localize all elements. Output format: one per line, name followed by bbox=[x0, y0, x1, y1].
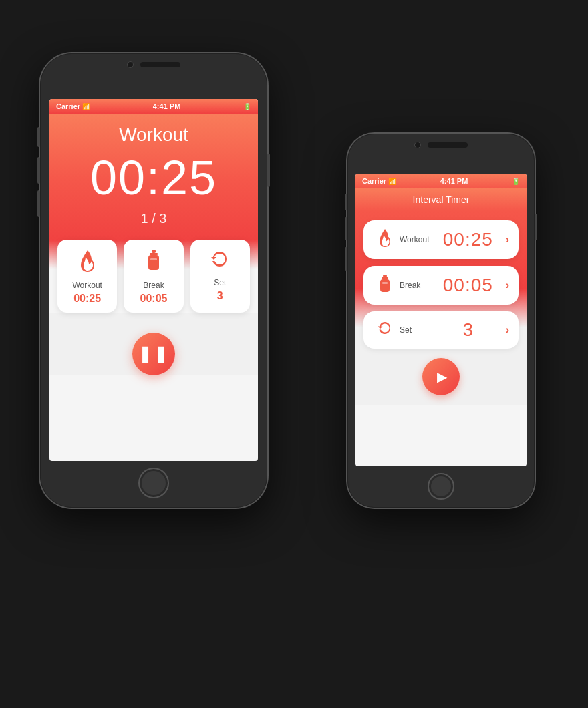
svg-rect-4 bbox=[383, 275, 387, 277]
cycle-icon-large bbox=[210, 249, 230, 274]
cards-row-large: Workout 00:25 Break bbox=[49, 240, 258, 313]
side-button-right-small bbox=[535, 214, 537, 240]
break-card[interactable]: Break 00:05 bbox=[124, 240, 183, 313]
break-card-value: 00:05 bbox=[140, 293, 168, 305]
break-card-label: Break bbox=[143, 281, 164, 290]
set-card-label: Set bbox=[214, 278, 226, 287]
break-ic-label-wrap: Break bbox=[400, 281, 433, 290]
set-interval-card[interactable]: Set 3 › bbox=[363, 311, 519, 349]
set-counter-large: 1 / 3 bbox=[49, 207, 258, 233]
side-button-left2-large bbox=[37, 157, 40, 184]
break-chevron-icon: › bbox=[506, 279, 509, 291]
workout-card[interactable]: Workout 00:25 bbox=[57, 240, 117, 313]
side-button-left1-large bbox=[37, 127, 40, 147]
carrier-info-small: Carrier 📶 bbox=[362, 177, 396, 185]
small-phone-screen: Carrier 📶 4:41 PM 🔋 Interval Timer bbox=[355, 174, 527, 466]
time-small: 4:41 PM bbox=[440, 177, 468, 185]
set-ic-number: 3 bbox=[433, 319, 503, 341]
home-button-large[interactable] bbox=[138, 468, 169, 498]
small-phone-top-bar bbox=[414, 142, 468, 148]
battery-icon-small: 🔋 bbox=[512, 178, 520, 185]
flame-icon-small bbox=[373, 228, 397, 251]
camera-small bbox=[414, 142, 421, 148]
svg-rect-2 bbox=[148, 255, 159, 270]
break-ic-label: Break bbox=[400, 281, 420, 290]
workout-ic-label-wrap: Workout bbox=[400, 235, 433, 244]
workout-chevron-icon: › bbox=[506, 234, 509, 246]
set-ic-label-wrap: Set bbox=[400, 325, 433, 335]
set-chevron-icon: › bbox=[506, 324, 509, 336]
small-nav-bar: Interval Timer bbox=[355, 188, 527, 211]
large-phone-top-bar bbox=[127, 61, 180, 68]
svg-rect-0 bbox=[152, 250, 156, 253]
set-ic-label: Set bbox=[400, 325, 412, 335]
svg-rect-6 bbox=[380, 279, 390, 292]
break-ic-time: 00:05 bbox=[433, 275, 503, 296]
small-status-bar: Carrier 📶 4:41 PM 🔋 bbox=[355, 174, 527, 188]
svg-rect-7 bbox=[382, 282, 388, 284]
workout-card-value: 00:25 bbox=[74, 293, 101, 305]
large-phone-screen: Carrier 📶 4:41 PM 🔋 Workout 00:25 1 / 3 bbox=[49, 99, 258, 461]
svg-rect-1 bbox=[150, 253, 158, 255]
svg-rect-3 bbox=[150, 258, 157, 260]
timer-display-large: 00:25 bbox=[49, 148, 258, 207]
battery-icon-large: 🔋 bbox=[243, 103, 251, 110]
workout-interval-card[interactable]: Workout 00:25 › bbox=[363, 220, 519, 259]
large-status-bar: Carrier 📶 4:41 PM 🔋 bbox=[49, 99, 258, 114]
time-large: 4:41 PM bbox=[153, 102, 181, 110]
small-nav-title: Interval Timer bbox=[413, 194, 470, 205]
play-icon-small: ▶ bbox=[437, 369, 447, 385]
workout-card-label: Workout bbox=[72, 281, 102, 290]
wifi-icon-small: 📶 bbox=[388, 178, 396, 185]
workout-label-large: Workout bbox=[49, 114, 258, 148]
cycle-icon-small bbox=[373, 320, 397, 340]
svg-rect-5 bbox=[382, 277, 388, 279]
speaker-small bbox=[428, 142, 468, 148]
speaker-large bbox=[140, 62, 180, 67]
carrier-info-large: Carrier 📶 bbox=[56, 102, 90, 110]
bottom-area-large: ❚❚ bbox=[49, 313, 258, 375]
side-button-left3-large bbox=[37, 190, 40, 217]
play-button-small[interactable]: ▶ bbox=[422, 358, 460, 395]
home-button-small[interactable] bbox=[428, 473, 454, 500]
flame-icon-large bbox=[78, 249, 97, 277]
break-interval-card[interactable]: Break 00:05 › bbox=[363, 266, 519, 305]
workout-ic-time: 00:25 bbox=[433, 229, 503, 250]
large-phone: Carrier 📶 4:41 PM 🔋 Workout 00:25 1 / 3 bbox=[40, 53, 267, 508]
large-header: Workout 00:25 1 / 3 bbox=[49, 114, 258, 246]
pause-icon-large: ❚❚ bbox=[138, 345, 169, 363]
scene: Carrier 📶 4:41 PM 🔋 Workout 00:25 1 / 3 bbox=[0, 0, 588, 708]
bottle-icon-small bbox=[373, 274, 397, 297]
side-button-right-large bbox=[267, 154, 270, 187]
side-button-left2-small bbox=[345, 217, 347, 240]
small-content-area: Workout 00:25 › bbox=[355, 211, 527, 405]
side-button-left3-small bbox=[345, 247, 347, 271]
set-card-value: 3 bbox=[217, 290, 223, 302]
play-btn-wrap: ▶ bbox=[363, 358, 519, 395]
bottle-icon-large bbox=[146, 249, 162, 277]
set-card[interactable]: Set 3 bbox=[190, 240, 250, 313]
workout-ic-label: Workout bbox=[400, 235, 429, 244]
small-phone: Carrier 📶 4:41 PM 🔋 Interval Timer bbox=[347, 134, 535, 508]
wifi-icon-large: 📶 bbox=[82, 103, 90, 110]
carrier-text-small: Carrier bbox=[362, 177, 386, 185]
camera-large bbox=[127, 61, 134, 68]
carrier-text-large: Carrier bbox=[56, 102, 80, 110]
pause-button-large[interactable]: ❚❚ bbox=[132, 333, 175, 375]
side-button-left1-small bbox=[345, 194, 347, 210]
